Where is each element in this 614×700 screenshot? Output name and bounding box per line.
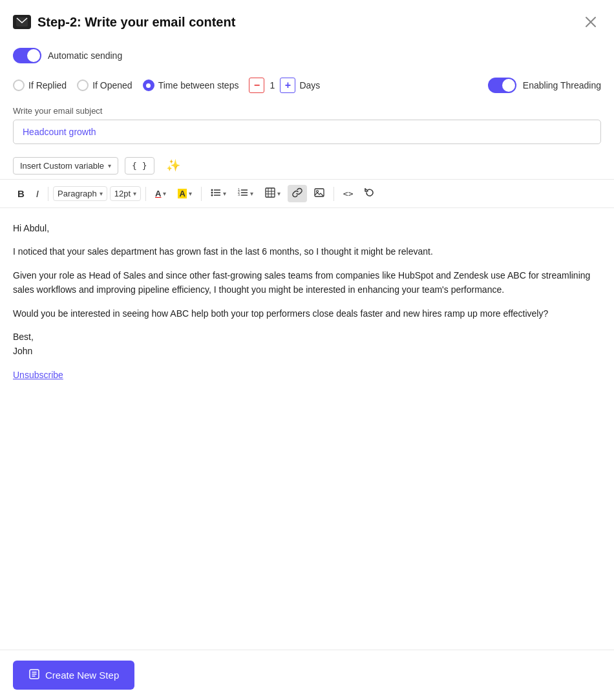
- code-icon: <>: [343, 189, 354, 198]
- toolbar-divider-2: [145, 187, 146, 201]
- create-step-icon: [28, 668, 40, 682]
- paragraph-select[interactable]: Paragraph ▾: [53, 186, 107, 201]
- automatic-sending-label: Automatic sending: [48, 50, 122, 61]
- chevron-down-icon: ▾: [108, 162, 111, 169]
- curly-braces-button[interactable]: { }: [125, 157, 154, 175]
- svg-text:3.: 3.: [238, 193, 240, 196]
- if-opened-label: If Opened: [92, 80, 132, 90]
- fontsize-chevron-icon: ▾: [133, 190, 136, 197]
- svg-point-5: [211, 195, 213, 196]
- automatic-sending-row: Automatic sending: [0, 41, 614, 72]
- undo-button[interactable]: [360, 185, 379, 202]
- if-replied-option[interactable]: If Replied: [13, 80, 67, 91]
- table-icon: [265, 187, 275, 200]
- italic-button[interactable]: I: [32, 186, 43, 202]
- svg-point-3: [211, 192, 213, 194]
- email-line3: Given your role as Head of Sales and sin…: [13, 268, 601, 297]
- bullet-list-button[interactable]: ▾: [206, 185, 231, 202]
- font-color-button[interactable]: A ▾: [151, 186, 171, 201]
- email-sign-off: Best, John: [13, 330, 601, 359]
- if-opened-radio[interactable]: [77, 80, 89, 91]
- table-chevron-icon: ▾: [277, 190, 281, 197]
- ordered-list-icon: 1. 2. 3.: [238, 187, 248, 200]
- subject-section: Write your email subject: [0, 102, 614, 151]
- close-button[interactable]: [580, 12, 601, 32]
- subject-label: Write your email subject: [13, 106, 601, 116]
- step-counter: − 1 + Days: [249, 78, 320, 93]
- image-icon: [314, 187, 324, 200]
- variable-row: Insert Custom variable ▾ { } ✨: [0, 151, 614, 180]
- email-content-area[interactable]: Hi Abdul, I noticed that your sales depa…: [0, 208, 614, 650]
- email-greeting: Hi Abdul,: [13, 221, 601, 235]
- font-color-icon: A: [155, 189, 161, 198]
- image-button[interactable]: [310, 185, 329, 202]
- modal-title-group: Step-2: Write your email content: [13, 15, 235, 30]
- custom-variable-label: Insert Custom variable: [20, 161, 104, 171]
- paragraph-label: Paragraph: [58, 189, 97, 198]
- decrement-button[interactable]: −: [249, 78, 264, 93]
- highlight-chevron-icon: ▾: [189, 190, 192, 197]
- editor-toolbar: B I Paragraph ▾ 12pt ▾ A ▾ A ▾: [0, 180, 614, 208]
- svg-point-1: [211, 189, 213, 191]
- if-opened-option[interactable]: If Opened: [77, 80, 132, 91]
- subject-input[interactable]: [13, 120, 601, 144]
- unsubscribe-link[interactable]: Unsubscribe: [13, 370, 63, 380]
- days-label: Days: [299, 80, 320, 90]
- create-step-label: Create New Step: [45, 670, 119, 681]
- highlight-button[interactable]: A ▾: [173, 186, 196, 201]
- email-line2: I noticed that your sales department has…: [13, 244, 601, 259]
- mail-icon: [13, 15, 31, 29]
- sparkle-icon: ✨: [166, 159, 180, 172]
- code-button[interactable]: <>: [339, 186, 358, 201]
- custom-variable-dropdown[interactable]: Insert Custom variable ▾: [13, 157, 118, 175]
- bullet-chevron-icon: ▾: [223, 190, 226, 197]
- link-icon: [292, 187, 302, 200]
- italic-icon: I: [36, 188, 39, 199]
- step-count-value: 1: [268, 80, 276, 90]
- threading-label: Enabling Threading: [523, 80, 601, 90]
- email-unsubscribe: Unsubscribe: [13, 368, 601, 382]
- if-replied-radio[interactable]: [13, 80, 25, 91]
- toolbar-divider-1: [48, 187, 48, 201]
- create-step-button[interactable]: Create New Step: [13, 661, 134, 690]
- bold-icon: B: [17, 188, 25, 199]
- svg-point-19: [316, 191, 318, 193]
- ordered-chevron-icon: ▾: [250, 190, 253, 197]
- magic-button[interactable]: ✨: [161, 156, 185, 175]
- modal-footer: Create New Step: [0, 650, 614, 700]
- ordered-list-button[interactable]: 1. 2. 3. ▾: [233, 185, 258, 202]
- options-row: If Replied If Opened Time between steps …: [0, 72, 614, 102]
- page-title: Step-2: Write your email content: [37, 15, 235, 30]
- link-button[interactable]: [288, 185, 307, 202]
- bullet-list-icon: [211, 187, 221, 200]
- threading-toggle[interactable]: [488, 78, 516, 93]
- font-size-select[interactable]: 12pt ▾: [110, 186, 141, 201]
- increment-button[interactable]: +: [280, 78, 295, 93]
- highlight-icon: A: [178, 189, 186, 198]
- svg-rect-13: [266, 188, 275, 197]
- fontcolor-chevron-icon: ▾: [163, 190, 166, 197]
- font-size-label: 12pt: [114, 189, 131, 198]
- automatic-sending-toggle[interactable]: [13, 48, 41, 63]
- paragraph-chevron-icon: ▾: [100, 190, 103, 197]
- time-between-option[interactable]: Time between steps: [143, 80, 239, 91]
- modal-container: Step-2: Write your email content Automat…: [0, 0, 614, 700]
- email-line4: Would you be interested in seeing how AB…: [13, 306, 601, 321]
- toolbar-divider-3: [201, 187, 202, 201]
- modal-header: Step-2: Write your email content: [0, 0, 614, 41]
- time-between-radio[interactable]: [143, 80, 154, 91]
- bold-button[interactable]: B: [13, 186, 29, 202]
- threading-toggle-group: Enabling Threading: [488, 78, 601, 93]
- undo-icon: [365, 187, 375, 200]
- toolbar-divider-4: [333, 187, 334, 201]
- if-replied-label: If Replied: [28, 80, 67, 90]
- time-between-label: Time between steps: [158, 80, 239, 90]
- table-button[interactable]: ▾: [260, 185, 285, 202]
